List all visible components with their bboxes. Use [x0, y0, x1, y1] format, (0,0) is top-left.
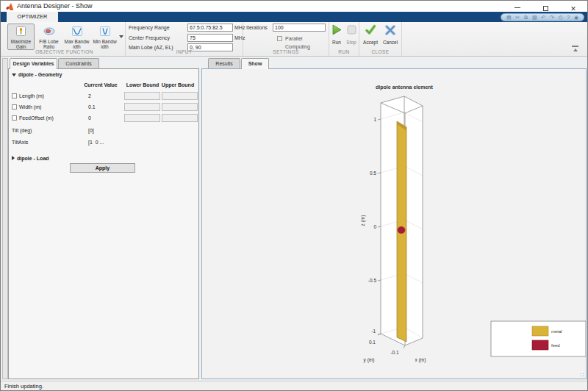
column-current-value: Current Value [79, 82, 123, 87]
matlab-app-icon [6, 3, 14, 10]
section-run: Run Stop RUN [329, 22, 359, 56]
section-settings: Iterations Parallel Computing SETTINGS [243, 22, 329, 56]
parallel-computing-checkbox[interactable] [277, 36, 282, 41]
status-message: Finish updating. [4, 383, 43, 390]
maximize-button[interactable] [531, 1, 559, 12]
section-label: RUN [329, 49, 359, 54]
undo-icon[interactable]: ↶ [541, 14, 545, 21]
feedoffset-checkbox[interactable] [12, 115, 17, 121]
stop-label: Stop [343, 40, 359, 45]
svg-text:1: 1 [373, 117, 376, 122]
help-icon[interactable]: ? [567, 14, 570, 21]
stop-button[interactable]: Stop [343, 24, 359, 49]
status-bar: Finish updating. [1, 381, 587, 391]
geometry-section-header[interactable]: dipole - Geometry [12, 72, 62, 77]
save-icon[interactable]: ▤ [506, 14, 512, 21]
fb-lobe-ratio-button[interactable]: F/B Lobe Ratio [35, 24, 62, 50]
x-axis-label: x (m) [415, 357, 426, 363]
frequency-range-label: Frequency Range [129, 24, 170, 32]
section-label: SETTINGS [243, 49, 329, 54]
ribbon-tab-strip: OPTIMIZER ▤ ✂ ⧉ ▨ ↶ ↷ ⎙ ? ◉ [1, 12, 587, 22]
button-label-line1: Max Bandw [64, 39, 90, 44]
width-label: Width (m) [19, 104, 41, 110]
feedoffset-lower-bound-field[interactable] [124, 114, 160, 122]
maximize-gain-button[interactable]: Maximize Gain [7, 24, 35, 50]
z-axis-label: z (m) [360, 215, 366, 226]
svg-text:-1: -1 [371, 329, 376, 334]
options-icon[interactable]: ◉ [574, 14, 578, 21]
tab-design-variables[interactable]: Design Variables [10, 58, 57, 69]
panel-splitter[interactable] [2, 58, 8, 379]
plot-legend: metal feed [491, 321, 586, 356]
section-label: INPUT [126, 49, 243, 54]
expand-section-icon [12, 156, 15, 160]
objective-dropdown-arrow-icon[interactable] [119, 35, 123, 38]
feedoffset-current-value: 0 [88, 115, 91, 121]
cut-icon[interactable]: ✂ [515, 14, 520, 21]
lobe-ratio-icon [43, 26, 55, 36]
max-bandwidth-icon [72, 26, 82, 36]
legend-swatch-feed [532, 340, 548, 350]
button-label-line1: Min Bandw [92, 39, 118, 44]
redo-icon[interactable]: ↷ [550, 14, 554, 21]
frequency-range-input[interactable] [187, 24, 233, 32]
length-lower-bound-field[interactable] [124, 92, 160, 100]
button-label-line1: Maximize [8, 39, 34, 44]
feed-point-dot [398, 226, 405, 233]
length-upper-bound-field[interactable] [162, 92, 198, 100]
button-label-line2: Ratio [36, 44, 62, 49]
tab-constraints[interactable]: Constraints [58, 58, 99, 68]
min-bandwidth-button[interactable]: Min Bandw idth [91, 24, 118, 50]
tiltaxis-label: TiltAxis [12, 140, 28, 145]
feedoffset-label: FeedOffset (m) [19, 115, 54, 121]
section-objective-function: Maximize Gain F/B Lobe Ratio Max Bandw i… [4, 22, 126, 56]
max-bandwidth-button[interactable]: Max Bandw idth [63, 24, 90, 50]
run-button[interactable]: Run [329, 24, 345, 49]
paste-icon[interactable]: ▨ [532, 14, 537, 21]
close-button[interactable]: ✕ [559, 1, 587, 12]
main-area: Design Variables Constraints dipole - Ge… [1, 57, 588, 381]
design-variables-body: dipole - Geometry Current Value Lower Bo… [8, 68, 199, 379]
center-frequency-label: Center Frequency [129, 34, 170, 42]
cancel-x-icon [384, 24, 396, 35]
feedoffset-upper-bound-field[interactable] [162, 114, 198, 122]
legend-label-metal: metal [551, 329, 562, 334]
length-label: Length (m) [19, 93, 44, 98]
svg-text:-0.5: -0.5 [368, 278, 377, 283]
svg-text:0.5: 0.5 [370, 171, 376, 176]
width-lower-bound-field[interactable] [124, 103, 160, 111]
load-section-header[interactable]: dipole - Load [12, 156, 49, 161]
quick-access-toolbar: ▤ ✂ ⧉ ▨ ↶ ↷ ⎙ ? ◉ [501, 13, 584, 21]
width-checkbox[interactable] [12, 104, 17, 110]
iterations-input[interactable] [273, 24, 326, 32]
tilt-value: [0] [88, 128, 94, 133]
minimize-button[interactable] [503, 1, 531, 12]
button-label-line1: F/B Lobe [36, 39, 62, 44]
apply-button[interactable]: Apply [70, 163, 135, 173]
tiltaxis-value: [1 0 ... [88, 140, 104, 145]
tab-optimizer[interactable]: OPTIMIZER [7, 12, 58, 22]
section-label: CLOSE [359, 49, 401, 54]
dipole-geometry-plot[interactable]: dipole antenna element 1 0.5 0 -0.5 -1 0… [202, 69, 586, 379]
tab-show[interactable]: Show [241, 58, 269, 69]
svg-text:0: 0 [373, 224, 376, 229]
maximize-icon [543, 6, 548, 11]
print-icon[interactable]: ⎙ [559, 14, 563, 21]
run-label: Run [329, 40, 345, 45]
cancel-button[interactable]: Cancel [381, 24, 400, 49]
collapse-section-icon [12, 73, 16, 76]
window-title: Antenna Designer - Show [17, 1, 93, 12]
x-tick-label: -0.1 [390, 350, 399, 355]
copy-icon[interactable]: ⧉ [524, 14, 528, 21]
accept-button[interactable]: Accept [361, 24, 380, 49]
width-upper-bound-field[interactable] [162, 103, 198, 111]
antenna-designer-window: Antenna Designer - Show ✕ OPTIMIZER ▤ ✂ … [0, 0, 588, 391]
length-checkbox[interactable] [12, 93, 17, 98]
collapse-ribbon-icon[interactable] [572, 46, 578, 51]
gain-pattern-icon [16, 26, 26, 36]
resize-grip[interactable] [580, 373, 584, 377]
legend-label-feed: feed [551, 343, 560, 348]
tab-results[interactable]: Results [208, 58, 240, 68]
section-input: Frequency Range MHz Center Frequency MHz… [126, 22, 243, 56]
center-frequency-input[interactable] [187, 34, 233, 42]
